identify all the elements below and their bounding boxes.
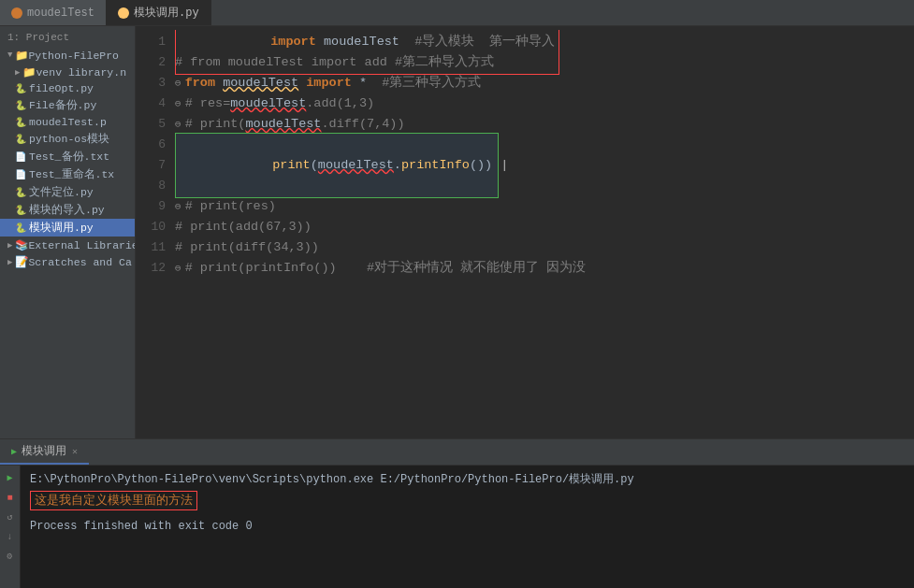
settings-button[interactable]: ⚙ <box>2 548 19 565</box>
sidebar-item-python-filepro[interactable]: ▼ 📁 Python-FilePro <box>0 47 135 64</box>
code-line-11: # print(diff(34,3)) <box>175 237 914 258</box>
comment-10: # print(add(67,3)) <box>175 217 312 237</box>
output-container: 这是我自定义模块里面的方法 <box>30 491 905 514</box>
sidebar-item-label-pythonas: python-os模块 <box>29 132 109 146</box>
fold-icon-3: ⊖ <box>175 73 181 93</box>
process-done: Process finished with exit code 0 <box>30 520 905 533</box>
panel-tab-run[interactable]: ▶ 模块调用 ✕ <box>0 439 89 465</box>
code-line-7: print(moudelTest.printInfo()) | <box>175 155 914 176</box>
tab-moudeltest[interactable]: moudelTest <box>0 0 107 25</box>
folder-icon: 📁 <box>15 49 28 62</box>
sidebar-item-module-call[interactable]: 🐍 模块调用.py <box>0 219 135 237</box>
main-content: 1: Project ▼ 📁 Python-FilePro ▶ 📁 venv l… <box>0 26 914 438</box>
py-icon-filebackup: 🐍 <box>15 100 26 111</box>
code-line-4: ⊖ # res=moudelTest.add(1,3) <box>175 93 914 114</box>
run-icon: ▶ <box>11 446 17 457</box>
panel-tabs: ▶ 模块调用 ✕ <box>0 439 914 466</box>
run-command: E:\PythonPro\Python-FilePro\venv\Scripts… <box>30 471 905 487</box>
sidebar-item-test-rename[interactable]: 📄 Test_重命名.tx <box>0 165 135 183</box>
comment-2: # from moudelTest import add #第二种导入方式 <box>175 52 494 73</box>
fold-icon-4: ⊖ <box>175 93 181 114</box>
dot-7: . <box>394 158 401 172</box>
code-line-12: ⊖ # print(printInfo()) #对于这种情况 就不能使用了 因为… <box>175 258 914 279</box>
rerun-button[interactable]: ↺ <box>2 509 19 525</box>
sidebar-item-module-import[interactable]: 🐍 模块的导入.py <box>0 201 135 219</box>
editor-area[interactable]: 1 2 3 4 5 6 7 8 9 10 11 12 import moudel… <box>136 26 914 438</box>
sidebar-item-venv[interactable]: ▶ 📁 venv library.n <box>0 64 135 80</box>
py-icon-modulecall: 🐍 <box>15 222 26 234</box>
run-button[interactable]: ▶ <box>2 469 19 486</box>
py-icon-filelocate: 🐍 <box>15 187 26 198</box>
comment-5c: .diff(7,4)) <box>321 114 404 135</box>
arrow-icon-venv: ▶ <box>15 67 20 78</box>
run-panel-row: ▶ ■ ↺ ↓ ⚙ E:\PythonPro\Python-FilePro\ve… <box>0 466 914 588</box>
space-3 <box>215 73 223 93</box>
bottom-left-icons: ▶ ■ ↺ ↓ ⚙ <box>0 466 21 588</box>
ext-icon-extlibs: 📚 <box>15 238 28 251</box>
project-label: 1: Project <box>7 32 69 43</box>
code-line-3: ⊖ from moudelTest import * #第三种导入方式 <box>175 73 914 93</box>
close-run-tab-icon[interactable]: ✕ <box>72 446 78 457</box>
fold-icon-9: ⊖ <box>175 196 181 217</box>
code-container: 1 2 3 4 5 6 7 8 9 10 11 12 import moudel… <box>136 26 914 438</box>
code-line-8 <box>175 176 914 196</box>
code-content[interactable]: import moudelTest #导入模块 第一种导入 # from mou… <box>175 30 914 438</box>
panel-tab-run-label: 模块调用 <box>22 443 66 459</box>
code-5b: moudelTest <box>245 114 321 135</box>
comment-11: # print(diff(34,3)) <box>175 237 319 258</box>
code-line-1: import moudelTest #导入模块 第一种导入 <box>175 32 914 52</box>
arrow-icon: ▼ <box>7 50 12 60</box>
comment-5a: # print( <box>185 114 246 135</box>
code-line-5: ⊖ # print(moudelTest.diff(7,4)) <box>175 114 914 135</box>
sidebar-item-label-scratches: Scratches and Ca <box>28 256 131 268</box>
fn-print-7: print <box>272 158 311 172</box>
tab-icon-moudeltest <box>11 7 22 19</box>
sidebar-item-label-fileopt: fileOpt.py <box>29 82 94 94</box>
module-7: moudelTest <box>318 158 394 172</box>
code-line-10: # print(add(67,3)) <box>175 217 914 237</box>
paren-7a: ( <box>311 158 318 172</box>
fold-icon-12: ⊖ <box>175 258 181 279</box>
arrow-icon-scratches: ▶ <box>7 257 12 267</box>
code-line-2: # from moudelTest import add #第二种导入方式 <box>175 52 914 73</box>
sidebar-item-fileopt[interactable]: 🐍 fileOpt.py <box>0 80 135 96</box>
sidebar-item-label-testbackup: Test_备份.txt <box>29 150 109 164</box>
sidebar-item-label-extlibs: External Libraries <box>28 239 136 251</box>
py-icon-fileopt: 🐍 <box>15 83 26 94</box>
sidebar-item-python-os[interactable]: 🐍 python-os模块 <box>0 130 135 148</box>
kw-from-3: from <box>185 73 215 93</box>
comment-4a: # res= <box>185 93 231 114</box>
folder-icon-venv: 📁 <box>22 65 36 79</box>
sidebar-item-label-moudeltest: moudelTest.p <box>29 116 107 128</box>
txt-icon-testbackup: 📄 <box>15 151 26 163</box>
panel-main: E:\PythonPro\Python-FilePro\venv\Scripts… <box>21 466 914 588</box>
scroll-down-button[interactable]: ↓ <box>2 528 19 545</box>
kw-import-1: import <box>270 35 316 49</box>
output-text: 这是我自定义模块里面的方法 <box>30 491 197 510</box>
module-3: moudelTest <box>223 73 298 93</box>
sidebar-item-file-locate[interactable]: 🐍 文件定位.py <box>0 183 135 201</box>
py-icon-moduleimport: 🐍 <box>15 205 26 216</box>
code-line-9: ⊖ # print(res) <box>175 196 914 217</box>
sidebar-item-external-libs[interactable]: ▶ 📚 External Libraries <box>0 237 135 253</box>
tab-modulecall[interactable]: 模块调用.py <box>107 0 211 25</box>
panel-content: E:\PythonPro\Python-FilePro\venv\Scripts… <box>21 466 914 538</box>
sidebar-item-file-backup[interactable]: 🐍 File备份.py <box>0 96 135 114</box>
line-numbers: 1 2 3 4 5 6 7 8 9 10 11 12 <box>136 30 175 438</box>
comment-3: #第三种导入方式 <box>382 73 481 93</box>
sidebar-item-moudeltest[interactable]: 🐍 moudelTest.p <box>0 114 135 130</box>
stop-button[interactable]: ■ <box>2 489 19 506</box>
py-icon-pythonas: 🐍 <box>15 134 26 145</box>
sidebar: 1: Project ▼ 📁 Python-FilePro ▶ 📁 venv l… <box>0 26 136 438</box>
tab-icon-modulecall <box>118 7 129 19</box>
kw-import-3: import <box>306 73 352 93</box>
code-3c: * <box>352 73 382 93</box>
sidebar-item-test-backup[interactable]: 📄 Test_备份.txt <box>0 148 135 165</box>
arrow-icon-extlibs: ▶ <box>7 240 12 251</box>
space-3b <box>298 73 306 93</box>
comment-4c: .add(1,3) <box>306 93 374 114</box>
tab-label-modulecall: 模块调用.py <box>134 5 199 21</box>
bottom-panel: ▶ 模块调用 ✕ ▶ ■ ↺ ↓ ⚙ E:\PythonPro\Python-F… <box>0 438 914 588</box>
code-4b: moudelTest <box>230 93 306 114</box>
sidebar-item-scratches[interactable]: ▶ 📝 Scratches and Ca <box>0 253 135 270</box>
